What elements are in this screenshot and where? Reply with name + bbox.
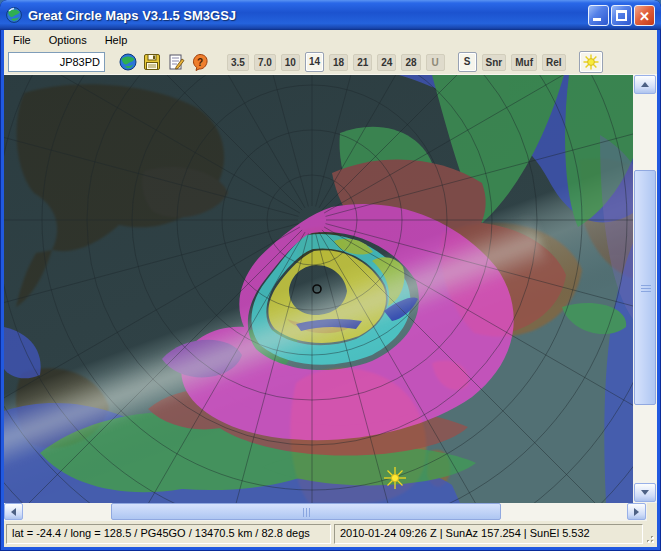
- band-button-7-0[interactable]: 7.0: [254, 54, 276, 71]
- svg-text:?: ?: [197, 57, 203, 68]
- vertical-scroll-thumb[interactable]: [634, 170, 656, 405]
- window-title: Great Circle Maps V3.1.5 SM3GSJ: [28, 8, 236, 23]
- chevron-right-icon: [634, 508, 643, 516]
- scrollbar-corner: [647, 503, 657, 521]
- band-button-u[interactable]: U: [426, 54, 445, 71]
- help-icon: ?: [191, 53, 209, 71]
- status-position-panel: lat = -24.4 / long = 128.5 / PG45GO / 13…: [6, 524, 331, 544]
- toolbar: ? 3.5 7.0 10 14 18 21 24 28 U S Snr Muf …: [4, 50, 657, 75]
- globe-icon: [119, 53, 137, 71]
- band-button-18[interactable]: 18: [329, 54, 348, 71]
- map-canvas[interactable]: [4, 75, 633, 503]
- mode-button-muf[interactable]: Muf: [511, 54, 537, 71]
- mode-button-rel[interactable]: Rel: [542, 54, 566, 71]
- mode-button-snr[interactable]: Snr: [482, 54, 507, 71]
- menu-help[interactable]: Help: [96, 31, 137, 49]
- scroll-right-button[interactable]: [627, 503, 646, 520]
- band-button-24[interactable]: 24: [377, 54, 396, 71]
- minimize-icon: [593, 18, 601, 21]
- minimize-button[interactable]: [588, 5, 609, 26]
- band-button-21[interactable]: 21: [353, 54, 372, 71]
- callsign-input[interactable]: [8, 52, 105, 72]
- close-button[interactable]: ✕: [634, 5, 655, 26]
- maximize-icon: [616, 10, 627, 21]
- band-button-14[interactable]: 14: [305, 52, 324, 72]
- globe-button[interactable]: [117, 52, 139, 73]
- edit-icon: [167, 53, 185, 71]
- save-button[interactable]: [141, 52, 163, 73]
- thumb-grip: [306, 508, 307, 517]
- chevron-up-icon: [641, 78, 649, 87]
- menu-options[interactable]: Options: [40, 31, 96, 49]
- help-button[interactable]: ?: [189, 52, 211, 73]
- scroll-left-button[interactable]: [4, 503, 23, 520]
- menu-bar: File Options Help: [4, 30, 657, 50]
- band-button-10[interactable]: 10: [281, 54, 300, 71]
- status-bar: lat = -24.4 / long = 128.5 / PG45GO / 13…: [4, 521, 657, 547]
- resize-grip[interactable]: [643, 532, 655, 544]
- title-bar[interactable]: Great Circle Maps V3.1.5 SM3GSJ ✕: [0, 0, 661, 30]
- chevron-down-icon: [641, 490, 649, 499]
- sun-icon: [583, 54, 599, 70]
- thumb-grip: [641, 288, 651, 289]
- app-globe-icon: [6, 7, 22, 23]
- horizontal-scrollbar[interactable]: [4, 503, 647, 521]
- mode-button-s[interactable]: S: [458, 52, 477, 72]
- great-circle-map: [4, 75, 633, 503]
- band-button-3-5[interactable]: 3.5: [227, 54, 249, 71]
- save-icon: [143, 53, 161, 71]
- band-button-28[interactable]: 28: [401, 54, 420, 71]
- chevron-left-icon: [7, 508, 16, 516]
- sun-toggle-button[interactable]: [579, 51, 603, 73]
- maximize-button[interactable]: [611, 5, 632, 26]
- edit-button[interactable]: [165, 52, 187, 73]
- scroll-down-button[interactable]: [634, 483, 656, 502]
- app-window: Great Circle Maps V3.1.5 SM3GSJ ✕ File O…: [0, 0, 661, 551]
- status-time-panel: 2010-01-24 09:26 Z | SunAz 157.254 | Sun…: [334, 524, 643, 544]
- vertical-scrollbar[interactable]: [633, 75, 657, 503]
- menu-file[interactable]: File: [4, 31, 40, 49]
- horizontal-scroll-thumb[interactable]: [111, 503, 501, 520]
- close-icon: ✕: [635, 7, 654, 26]
- scroll-up-button[interactable]: [634, 75, 656, 94]
